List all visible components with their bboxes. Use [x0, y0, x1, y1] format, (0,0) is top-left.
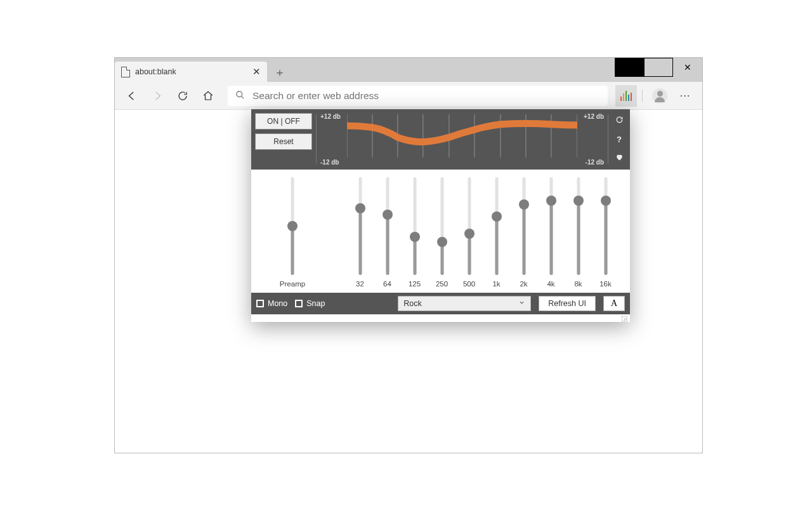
- page-icon: [121, 67, 130, 77]
- preamp-slider[interactable]: [287, 177, 298, 275]
- band-slider-col: 500: [455, 177, 483, 288]
- browser-toolbar: Search or enter web address ···: [115, 82, 702, 110]
- band-slider[interactable]: [436, 177, 448, 275]
- band-slider[interactable]: [491, 177, 502, 275]
- avatar-icon: [652, 88, 667, 104]
- preset-select[interactable]: Rock: [398, 296, 531, 311]
- snap-checkbox[interactable]: Snap: [295, 299, 325, 308]
- profile-button[interactable]: [648, 84, 672, 108]
- heart-icon[interactable]: [615, 153, 624, 163]
- close-tab-icon[interactable]: ✕: [252, 66, 261, 77]
- home-button[interactable]: [196, 84, 220, 108]
- equalizer-bars-icon: [620, 91, 632, 101]
- refresh-ui-button[interactable]: Refresh UI: [539, 296, 596, 311]
- popup-header: ON | OFF Reset +12 db -12 db +12 db -12 …: [251, 109, 630, 170]
- band-slider-col: 64: [374, 177, 401, 288]
- preset-value: Rock: [403, 299, 421, 308]
- mono-checkbox[interactable]: Mono: [256, 299, 287, 308]
- equalizer-popup: ON | OFF Reset +12 db -12 db +12 db -12 …: [251, 109, 630, 322]
- resize-grip[interactable]: ◲: [251, 314, 630, 322]
- toolbar-separator: [642, 90, 643, 102]
- refresh-ui-label: Refresh UI: [548, 299, 586, 308]
- help-icon[interactable]: ?: [617, 135, 622, 144]
- band-slider[interactable]: [464, 177, 475, 275]
- equalizer-extension-icon[interactable]: [615, 85, 637, 107]
- band-slider-col: 4k: [537, 177, 565, 288]
- svg-point-0: [237, 91, 242, 97]
- band-slider-col: 8k: [565, 177, 592, 288]
- band-slider-col: 1k: [483, 177, 510, 288]
- back-button[interactable]: [120, 84, 144, 108]
- band-label: 250: [436, 280, 448, 288]
- tab-title: about:blank: [135, 67, 176, 76]
- popup-footer: Mono Snap Rock Refresh UI A: [251, 293, 630, 314]
- popup-side-icons: ?: [608, 109, 630, 170]
- address-bar[interactable]: Search or enter web address: [228, 86, 608, 106]
- preamp-label: Preamp: [280, 280, 305, 288]
- band-slider-col: 32: [346, 177, 374, 288]
- db-label-top-left: +12 db: [320, 113, 341, 120]
- band-label: 16k: [599, 280, 612, 288]
- forward-button[interactable]: [145, 84, 169, 108]
- band-slider[interactable]: [546, 177, 557, 275]
- band-slider[interactable]: [355, 177, 366, 275]
- chevron-down-icon: [518, 299, 525, 308]
- font-icon: A: [611, 298, 617, 309]
- db-label-bottom-left: -12 db: [320, 159, 339, 166]
- more-menu-button[interactable]: ···: [673, 90, 697, 102]
- band-slider[interactable]: [573, 177, 584, 275]
- sliders-row: Preamp 32641252505001k2k4k8k16k: [251, 170, 630, 293]
- reload-icon[interactable]: [615, 116, 624, 126]
- on-off-button[interactable]: ON | OFF: [255, 113, 312, 130]
- checkbox-icon: [256, 300, 264, 307]
- band-slider-col: 2k: [510, 177, 537, 288]
- tab-strip: about:blank ✕ ＋ ✕: [115, 58, 702, 82]
- font-size-button[interactable]: A: [603, 296, 625, 311]
- reset-button[interactable]: Reset: [255, 133, 312, 150]
- mono-label: Mono: [268, 299, 287, 308]
- search-icon: [235, 90, 245, 102]
- curve-display: +12 db -12 db +12 db -12 db: [316, 114, 608, 164]
- refresh-button[interactable]: [171, 84, 195, 108]
- new-tab-button[interactable]: ＋: [270, 63, 290, 82]
- toolbar-right: ···: [615, 84, 697, 108]
- band-label: 1k: [492, 280, 500, 288]
- checkbox-icon: [295, 300, 303, 307]
- band-label: 32: [356, 280, 364, 288]
- window-controls: ✕: [615, 58, 702, 77]
- preamp-slider-col: Preamp: [258, 177, 327, 288]
- db-label-bottom-right: -12 db: [586, 159, 604, 166]
- band-slider[interactable]: [518, 177, 530, 275]
- window-minimize-button[interactable]: [615, 58, 644, 77]
- browser-tab[interactable]: about:blank ✕: [115, 62, 267, 82]
- address-placeholder: Search or enter web address: [252, 90, 379, 102]
- band-label: 4k: [547, 280, 554, 288]
- window-close-button[interactable]: ✕: [673, 58, 702, 77]
- band-slider[interactable]: [382, 177, 393, 275]
- popup-controls: ON | OFF Reset: [251, 109, 316, 170]
- snap-label: Snap: [306, 299, 325, 308]
- band-slider-col: 125: [401, 177, 428, 288]
- band-label: 8k: [574, 280, 582, 288]
- band-label: 64: [383, 280, 391, 288]
- band-slider-col: 16k: [592, 177, 619, 288]
- band-label: 500: [463, 280, 475, 288]
- page-content: ON | OFF Reset +12 db -12 db +12 db -12 …: [115, 110, 702, 453]
- band-slider[interactable]: [600, 177, 612, 275]
- window-maximize-button[interactable]: [644, 58, 673, 77]
- eq-curve: [347, 114, 577, 157]
- band-slider-col: 250: [428, 177, 455, 288]
- band-label: 125: [409, 280, 421, 288]
- band-label: 2k: [520, 280, 527, 288]
- band-slider[interactable]: [409, 177, 421, 275]
- browser-window: about:blank ✕ ＋ ✕ Search or enter web ad…: [114, 57, 703, 453]
- db-label-top-right: +12 db: [584, 113, 604, 120]
